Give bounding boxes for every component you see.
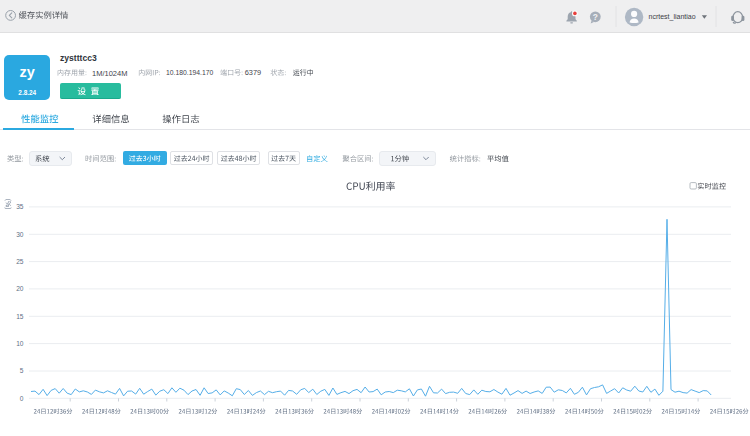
svg-text:15: 15 xyxy=(16,313,24,320)
svg-text:10: 10 xyxy=(16,340,24,347)
svg-text:5: 5 xyxy=(20,367,24,374)
svg-text:?: ? xyxy=(593,12,598,22)
svg-text:0: 0 xyxy=(20,395,24,402)
svg-text:25: 25 xyxy=(16,258,24,265)
svg-text:30: 30 xyxy=(16,231,24,238)
svg-text:35: 35 xyxy=(16,203,24,210)
svg-text:20: 20 xyxy=(16,285,24,292)
